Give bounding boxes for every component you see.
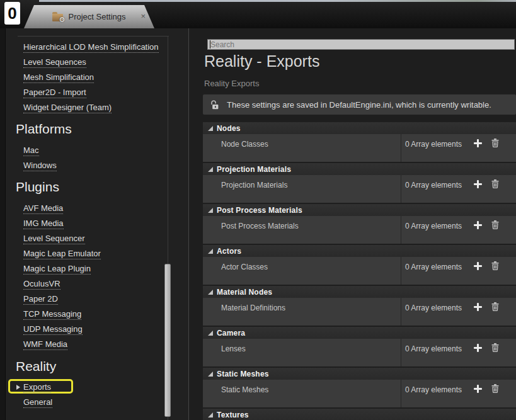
delete-array-elements-button[interactable] bbox=[491, 179, 499, 188]
delete-array-elements-button[interactable] bbox=[491, 220, 499, 229]
category-header-projection-materials[interactable]: Projection Materials bbox=[203, 163, 516, 175]
sidebar-link-hierarchical-lod[interactable]: Hierarchical LOD Mesh Simplification bbox=[23, 42, 159, 53]
property-row: Node Classes 0 Array elements bbox=[203, 134, 516, 162]
sidebar-item: Widget Designer (Team) bbox=[0, 100, 188, 115]
category-header-static-meshes[interactable]: Static Meshes bbox=[203, 368, 516, 380]
sidebar-item: General bbox=[0, 395, 188, 410]
category-header-post-process-materials[interactable]: Post Process Materials bbox=[203, 204, 516, 216]
sidebar-link-magic-leap-emulator[interactable]: Magic Leap Emulator bbox=[23, 249, 101, 259]
property-label: Material Definitions bbox=[221, 304, 285, 312]
column-divider[interactable] bbox=[401, 339, 401, 366]
notice-text: These settings are saved in DefaultEngin… bbox=[227, 100, 491, 110]
property-value: 0 Array elements bbox=[405, 263, 462, 271]
collapse-arrow-icon bbox=[208, 126, 213, 131]
sidebar-item: WMF Media bbox=[0, 337, 188, 352]
property-row: Projection Materials 0 Array elements bbox=[203, 175, 516, 203]
column-divider[interactable] bbox=[401, 298, 401, 326]
sidebar-link-mesh-simplification[interactable]: Mesh Simplification bbox=[23, 72, 94, 83]
sidebar-link-level-sequences[interactable]: Level Sequences bbox=[23, 57, 86, 68]
sidebar-link-mac[interactable]: Mac bbox=[23, 145, 39, 156]
tab-close-icon[interactable]: × bbox=[140, 12, 146, 20]
platforms-items: Mac Windows bbox=[0, 143, 188, 173]
add-array-element-button[interactable] bbox=[474, 139, 482, 147]
add-array-element-button[interactable] bbox=[474, 262, 482, 270]
property-value: 0 Array elements bbox=[405, 385, 462, 394]
background-window-edge bbox=[39, 0, 516, 2]
sidebar-link-paper-2d[interactable]: Paper 2D bbox=[23, 294, 58, 305]
add-array-element-button[interactable] bbox=[474, 221, 482, 229]
sidebar-link-tcp-messaging[interactable]: TCP Messaging bbox=[23, 309, 81, 320]
delete-array-elements-button[interactable] bbox=[491, 343, 499, 352]
add-array-element-button[interactable] bbox=[474, 344, 482, 352]
sidebar-item: Paper 2D bbox=[0, 292, 188, 307]
sidebar-link-windows[interactable]: Windows bbox=[23, 161, 57, 171]
sidebar-item: OculusVR bbox=[0, 276, 188, 292]
property-row: Post Process Materials 0 Array elements bbox=[203, 216, 516, 244]
property-value: 0 Array elements bbox=[405, 181, 462, 190]
sidebar-link-widget-designer[interactable]: Widget Designer (Team) bbox=[23, 103, 112, 113]
settings-category-sidebar: Hierarchical LOD Mesh Simplification Lev… bbox=[0, 28, 189, 420]
sidebar-item: UDP Messaging bbox=[0, 322, 188, 337]
page-title: Reality - Exports bbox=[204, 52, 319, 71]
settings-search-input[interactable] bbox=[207, 39, 515, 50]
delete-array-elements-button[interactable] bbox=[491, 384, 499, 393]
sidebar-section-reality: Reality bbox=[16, 359, 56, 374]
delete-array-elements-button[interactable] bbox=[491, 139, 499, 147]
sidebar-item: Magic Leap Plugin bbox=[0, 261, 188, 276]
collapse-arrow-icon bbox=[208, 167, 213, 172]
column-divider[interactable] bbox=[401, 134, 401, 162]
sidebar-link-avf-media[interactable]: AVF Media bbox=[23, 203, 63, 214]
tab-project-settings[interactable]: ⚙ Project Settings × bbox=[24, 5, 154, 28]
column-divider[interactable] bbox=[401, 380, 401, 407]
sidebar-item: Level Sequences bbox=[0, 55, 188, 70]
property-label: Static Meshes bbox=[221, 385, 268, 394]
collapse-arrow-icon bbox=[208, 290, 213, 295]
sidebar-link-paper2d-import[interactable]: Paper2D - Import bbox=[23, 88, 86, 98]
sidebar-link-img-media[interactable]: IMG Media bbox=[23, 219, 64, 229]
sidebar-item: Paper2D - Import bbox=[0, 85, 188, 100]
property-row: Lenses 0 Array elements bbox=[203, 339, 516, 366]
sidebar-link-general[interactable]: General bbox=[23, 397, 52, 408]
trash-icon bbox=[491, 261, 499, 270]
add-array-element-button[interactable] bbox=[474, 385, 482, 393]
sidebar-scrollbar-thumb[interactable] bbox=[164, 264, 171, 417]
unlock-icon bbox=[210, 99, 219, 110]
sidebar-item: Mac bbox=[0, 143, 188, 158]
settings-sections: Nodes Node Classes 0 Array elements Proj… bbox=[203, 122, 516, 420]
collapse-arrow-icon bbox=[208, 208, 213, 213]
collapse-arrow-icon bbox=[208, 331, 213, 336]
add-array-element-button[interactable] bbox=[474, 303, 482, 311]
category-header-textures[interactable]: Textures bbox=[203, 409, 516, 420]
category-header-camera[interactable]: Camera bbox=[203, 327, 516, 339]
sidebar-item: TCP Messaging bbox=[0, 307, 188, 322]
column-divider[interactable] bbox=[401, 175, 401, 203]
tab-title: Project Settings bbox=[68, 12, 125, 21]
trash-icon bbox=[491, 220, 499, 229]
category-header-material-nodes[interactable]: Material Nodes bbox=[203, 286, 516, 298]
app-icon-glyph: 0 bbox=[8, 4, 16, 23]
sidebar-link-wmf-media[interactable]: WMF Media bbox=[23, 339, 67, 350]
sidebar-link-level-sequencer[interactable]: Level Sequencer bbox=[23, 234, 85, 244]
sidebar-link-magic-leap-plugin[interactable]: Magic Leap Plugin bbox=[23, 264, 91, 275]
property-label: Node Classes bbox=[221, 140, 268, 149]
plugins-items: AVF Media IMG Media Level Sequencer Magi… bbox=[0, 201, 188, 352]
property-value: 0 Array elements bbox=[405, 222, 462, 230]
add-array-element-button[interactable] bbox=[474, 180, 482, 188]
divider bbox=[18, 36, 169, 37]
window-titlebar: 0 ⚙ Project Settings × bbox=[0, 0, 516, 28]
column-divider[interactable] bbox=[401, 216, 401, 244]
property-value: 0 Array elements bbox=[405, 344, 462, 353]
category-header-actors[interactable]: Actors bbox=[203, 245, 516, 257]
trash-icon bbox=[491, 139, 499, 147]
column-divider[interactable] bbox=[401, 257, 401, 285]
property-value: 0 Array elements bbox=[405, 304, 462, 312]
page-subtitle: Reality Exports bbox=[204, 79, 259, 88]
sidebar-link-udp-messaging[interactable]: UDP Messaging bbox=[23, 324, 83, 335]
delete-array-elements-button[interactable] bbox=[491, 261, 499, 270]
sidebar-link-oculusvr[interactable]: OculusVR bbox=[23, 279, 60, 290]
property-row: Material Definitions 0 Array elements bbox=[203, 298, 516, 326]
delete-array-elements-button[interactable] bbox=[491, 302, 499, 311]
category-header-nodes[interactable]: Nodes bbox=[203, 122, 516, 134]
sidebar-link-exports[interactable]: Exports bbox=[23, 382, 51, 393]
property-label: Actor Classes bbox=[221, 263, 268, 271]
